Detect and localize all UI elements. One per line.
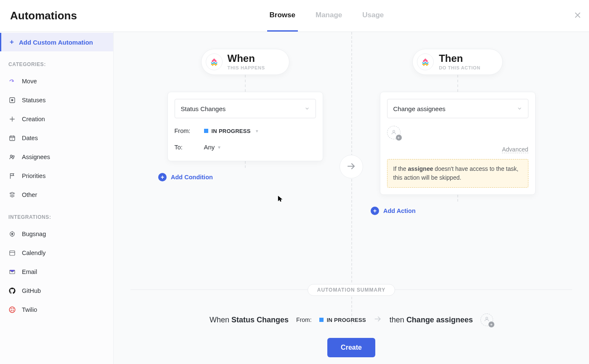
- svg-rect-15: [10, 250, 15, 255]
- sidebar-item-github[interactable]: GitHub: [0, 281, 113, 300]
- automation-summary: AUTOMATION SUMMARY When Status Changes F…: [130, 290, 572, 361]
- summary-from-label: From:: [296, 316, 312, 323]
- plus-circle-icon: +: [158, 173, 167, 181]
- status-color-swatch: [319, 318, 324, 322]
- to-value-label: Any: [204, 143, 215, 151]
- sidebar-item-label: Statuses: [22, 97, 45, 104]
- chevron-down-icon: [517, 105, 522, 112]
- svg-point-22: [13, 310, 14, 311]
- svg-text:1: 1: [12, 137, 13, 140]
- email-icon: [8, 268, 16, 276]
- sidebar-item-label: Other: [22, 191, 37, 198]
- sidebar-item-move[interactable]: Move: [0, 72, 113, 90]
- header-tabs: Browse Manage Usage: [87, 0, 566, 32]
- when-subtitle: THIS HAPPENS: [228, 65, 267, 70]
- sidebar-item-label: Creation: [22, 116, 45, 122]
- sidebar-item-creation[interactable]: Creation: [0, 109, 113, 128]
- svg-rect-3: [11, 99, 13, 101]
- sidebar: + Add Custom Automation CATEGORIES: Move…: [0, 32, 114, 364]
- close-button[interactable]: [566, 0, 589, 32]
- github-icon: [8, 287, 16, 295]
- add-action-label: Add Action: [383, 207, 416, 214]
- sidebar-item-bugsnag[interactable]: Bugsnag: [0, 224, 113, 243]
- sidebar-item-label: Email: [22, 268, 37, 275]
- summary-label: AUTOMATION SUMMARY: [308, 284, 395, 296]
- move-icon: [8, 77, 16, 85]
- when-title: When: [228, 53, 267, 64]
- when-to-label: To:: [175, 144, 204, 151]
- sidebar-item-label: Dates: [22, 135, 38, 141]
- create-button[interactable]: Create: [327, 338, 375, 357]
- trigger-select[interactable]: Status Changes: [175, 99, 316, 118]
- then-title: Then: [439, 53, 480, 64]
- plus-badge-icon: +: [396, 135, 402, 141]
- arrow-right-icon: [346, 161, 356, 173]
- svg-point-12: [13, 155, 14, 157]
- sidebar-item-assignees[interactable]: Assignees: [0, 147, 113, 166]
- categories-section-label: CATEGORIES:: [0, 51, 113, 72]
- svg-point-20: [13, 308, 14, 309]
- then-header: Then DO THIS ACTION: [412, 49, 503, 75]
- sidebar-item-label: Twilio: [22, 306, 37, 313]
- flag-icon: [8, 172, 16, 180]
- clickup-logo-icon: [417, 53, 434, 70]
- statuses-icon: [8, 96, 16, 104]
- svg-point-24: [393, 130, 395, 132]
- then-card: Change assignees + Advanced: [380, 92, 536, 195]
- sidebar-item-label: Bugsnag: [22, 231, 46, 237]
- advanced-link[interactable]: Advanced: [502, 146, 528, 153]
- cursor-icon: [278, 195, 284, 204]
- integrations-section-label: INTEGRATIONS:: [0, 204, 113, 224]
- when-from-label: From:: [175, 128, 204, 134]
- arrow-right-icon: [374, 315, 382, 325]
- sidebar-item-twilio[interactable]: Twilio: [0, 300, 113, 319]
- trigger-select-value: Status Changes: [181, 105, 226, 112]
- add-assignee-button[interactable]: +: [387, 126, 401, 139]
- summary-sentence: When Status Changes From: IN PROGRESS th…: [130, 314, 572, 326]
- tab-manage[interactable]: Manage: [313, 0, 345, 32]
- page-title: Automations: [0, 0, 87, 32]
- plus-icon: +: [10, 38, 14, 46]
- chevron-down-icon: ▾: [256, 128, 258, 134]
- when-from-value[interactable]: IN PROGRESS ▾: [204, 128, 258, 134]
- svg-point-19: [11, 308, 12, 309]
- sidebar-item-other[interactable]: Other: [0, 185, 113, 204]
- person-icon: [390, 129, 397, 137]
- when-to-value[interactable]: Any ▾: [204, 143, 221, 151]
- svg-point-26: [486, 317, 488, 319]
- when-header: When THIS HAPPENS: [201, 49, 289, 75]
- when-column: When THIS HAPPENS Status Changes From:: [139, 49, 351, 181]
- when-card: Status Changes From: IN PROGRESS ▾: [167, 92, 323, 161]
- plus-circle-icon: +: [371, 207, 379, 215]
- tab-browse[interactable]: Browse: [267, 0, 298, 32]
- add-custom-automation-label: Add Custom Automation: [19, 39, 93, 46]
- sidebar-item-calendly[interactable]: Calendly: [0, 243, 113, 262]
- automation-canvas: When THIS HAPPENS Status Changes From:: [114, 32, 589, 364]
- svg-point-11: [11, 155, 13, 157]
- action-select-value: Change assignees: [393, 105, 446, 112]
- add-condition-label: Add Condition: [171, 174, 213, 181]
- svg-point-21: [11, 310, 12, 311]
- flow-arrow: [340, 155, 363, 178]
- action-select[interactable]: Change assignees: [387, 99, 528, 118]
- add-condition-button[interactable]: + Add Condition: [156, 173, 213, 181]
- sidebar-item-email[interactable]: Email: [0, 262, 113, 281]
- add-action-button[interactable]: + Add Action: [368, 207, 416, 215]
- chevron-down-icon: [305, 105, 310, 112]
- clickup-logo-icon: [206, 53, 223, 70]
- close-icon: [574, 11, 581, 20]
- calendly-icon: [8, 249, 16, 257]
- sidebar-item-label: GitHub: [22, 287, 41, 294]
- sidebar-item-priorities[interactable]: Priorities: [0, 166, 113, 185]
- calendar-icon: 1: [8, 134, 16, 142]
- add-custom-automation-button[interactable]: + Add Custom Automation: [0, 33, 113, 51]
- assignee-warning: If the assignee doesn't have access to t…: [387, 159, 528, 188]
- summary-assignee-chip[interactable]: +: [480, 314, 493, 326]
- sidebar-item-statuses[interactable]: Statuses: [0, 90, 113, 109]
- twilio-icon: [8, 306, 16, 314]
- chevron-down-icon: ▾: [218, 144, 220, 150]
- summary-from-value: IN PROGRESS: [319, 317, 366, 323]
- tab-usage[interactable]: Usage: [360, 0, 386, 32]
- sidebar-item-dates[interactable]: 1 Dates: [0, 128, 113, 147]
- people-icon: [8, 153, 16, 161]
